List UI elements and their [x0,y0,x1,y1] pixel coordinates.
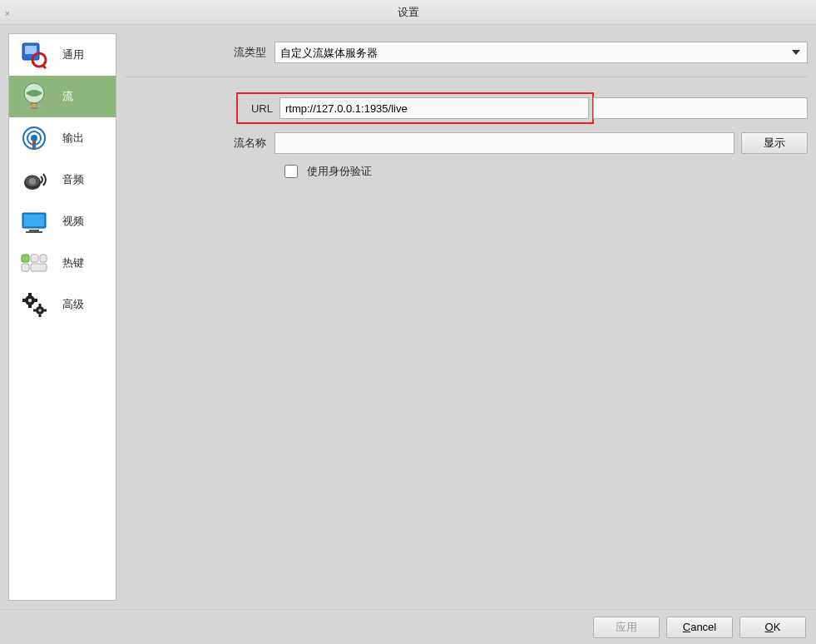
auth-checkbox-label: 使用身份验证 [307,164,372,179]
main-panel: 流类型 自定义流媒体服务器 URL [125,33,808,601]
url-input[interactable] [279,97,589,119]
sidebar-item-label: 视频 [62,214,84,229]
titlebar: × 设置 [0,0,816,25]
row-stream-type: 流类型 自定义流媒体服务器 [125,42,808,63]
hotkeys-icon [17,246,51,280]
svg-rect-29 [39,304,42,306]
url-input-extended[interactable] [593,97,808,119]
stream-type-select[interactable]: 自定义流媒体服务器 [274,42,808,63]
close-icon[interactable]: × [5,9,10,18]
sidebar-item-general[interactable]: 通用 [9,34,116,76]
settings-window: × 设置 通用 [0,0,816,644]
show-button[interactable]: 显示 [741,132,808,154]
stream-key-input[interactable] [274,132,734,154]
url-highlight: URL [236,92,594,124]
sidebar-item-output[interactable]: 输出 [9,117,116,159]
form-area: 流类型 自定义流媒体服务器 URL [125,33,808,601]
svg-rect-27 [34,299,37,302]
auth-checkbox[interactable] [284,165,298,178]
stream-icon [17,80,51,113]
svg-rect-26 [22,299,26,302]
svg-rect-31 [33,310,36,312]
sidebar-item-video[interactable]: 视频 [9,201,116,242]
sidebar-item-audio[interactable]: 音频 [9,159,116,201]
stream-type-label: 流类型 [125,45,274,60]
stream-key-label: 流名称 [125,136,274,151]
separator [125,77,808,77]
svg-rect-18 [22,255,29,262]
svg-rect-17 [26,231,42,233]
sidebar-item-label: 热键 [62,255,84,270]
sidebar-item-advanced[interactable]: 高级 [9,284,116,325]
sidebar-item-label: 流 [62,89,73,104]
svg-rect-16 [29,230,39,231]
apply-button[interactable]: 应用 [593,617,660,638]
row-stream-key: 流名称 显示 [125,132,808,154]
window-body: 通用 流 [0,25,816,609]
svg-rect-19 [31,255,38,262]
sidebar-item-label: 通用 [62,47,84,62]
advanced-icon [17,288,51,321]
svg-rect-10 [32,140,36,150]
ok-button[interactable]: OK [739,617,806,638]
svg-rect-24 [28,293,32,296]
svg-rect-21 [22,264,29,271]
svg-rect-1 [25,46,37,54]
row-auth: 使用身份验证 [125,162,808,181]
svg-rect-32 [44,310,47,312]
sidebar: 通用 流 [8,33,116,601]
output-icon [17,121,51,155]
svg-rect-22 [31,264,47,271]
sidebar-item-label: 输出 [62,131,84,146]
svg-rect-25 [28,305,32,308]
footer: 应用 Cancel OK [0,609,816,644]
svg-rect-15 [24,215,44,226]
svg-point-33 [28,299,32,302]
row-url: URL [125,92,808,124]
sidebar-item-label: 音频 [62,172,84,187]
sidebar-item-label: 高级 [62,297,84,312]
svg-point-34 [38,309,42,312]
svg-rect-30 [39,315,42,317]
audio-icon [17,163,51,196]
window-title: 设置 [398,5,419,20]
cancel-button[interactable]: Cancel [666,617,733,638]
video-icon [17,205,51,238]
svg-rect-20 [40,255,47,262]
svg-rect-6 [24,106,44,107]
sidebar-item-stream[interactable]: 流 [9,76,116,117]
url-label: URL [238,102,279,115]
svg-point-13 [29,178,36,185]
general-icon [17,38,51,72]
sidebar-item-hotkeys[interactable]: 热键 [9,242,116,284]
